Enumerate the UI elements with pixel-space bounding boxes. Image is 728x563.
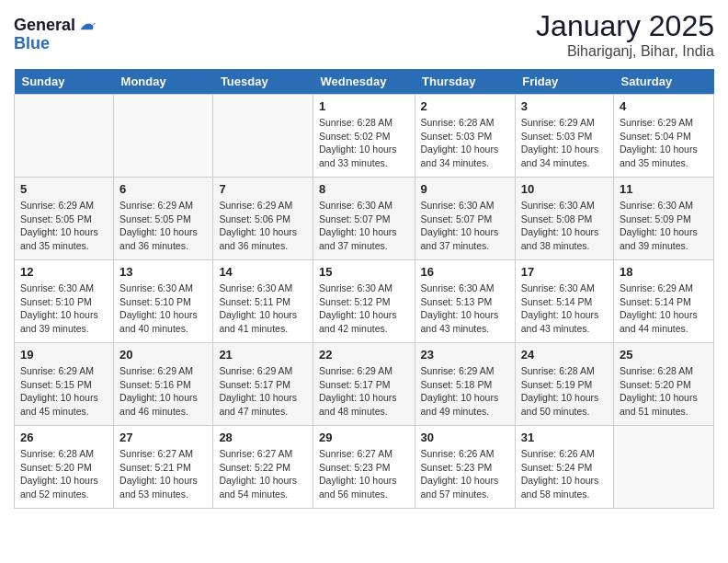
day-number: 7 [219, 182, 307, 196]
calendar-week-row: 12Sunrise: 6:30 AM Sunset: 5:10 PM Dayli… [15, 260, 714, 343]
day-info: Sunrise: 6:29 AM Sunset: 5:15 PM Dayligh… [20, 364, 108, 419]
day-number: 9 [421, 182, 509, 196]
day-number: 17 [521, 265, 608, 279]
calendar-cell: 7Sunrise: 6:29 AM Sunset: 5:06 PM Daylig… [213, 178, 313, 260]
day-info: Sunrise: 6:29 AM Sunset: 5:18 PM Dayligh… [421, 364, 509, 419]
weekday-header: Sunday [15, 69, 114, 95]
weekday-header: Thursday [415, 69, 515, 95]
calendar-cell: 30Sunrise: 6:26 AM Sunset: 5:23 PM Dayli… [415, 426, 515, 509]
day-number: 31 [521, 431, 608, 444]
day-info: Sunrise: 6:29 AM Sunset: 5:17 PM Dayligh… [219, 364, 307, 419]
weekday-header: Wednesday [313, 69, 415, 95]
day-info: Sunrise: 6:28 AM Sunset: 5:20 PM Dayligh… [620, 364, 708, 419]
day-number: 6 [119, 182, 207, 196]
day-number: 26 [20, 431, 108, 444]
location: Bihariganj, Bihar, India [536, 43, 714, 60]
calendar-cell: 4Sunrise: 6:29 AM Sunset: 5:04 PM Daylig… [614, 95, 714, 178]
day-info: Sunrise: 6:27 AM Sunset: 5:21 PM Dayligh… [119, 447, 207, 501]
day-info: Sunrise: 6:30 AM Sunset: 5:10 PM Dayligh… [119, 282, 207, 336]
day-info: Sunrise: 6:30 AM Sunset: 5:14 PM Dayligh… [521, 282, 608, 336]
day-number: 27 [119, 431, 207, 444]
calendar-cell: 5Sunrise: 6:29 AM Sunset: 5:05 PM Daylig… [15, 178, 114, 260]
calendar-week-row: 19Sunrise: 6:29 AM Sunset: 5:15 PM Dayli… [15, 343, 714, 426]
calendar-cell: 24Sunrise: 6:28 AM Sunset: 5:19 PM Dayli… [515, 343, 613, 426]
calendar-cell: 29Sunrise: 6:27 AM Sunset: 5:23 PM Dayli… [313, 426, 415, 509]
calendar-week-row: 26Sunrise: 6:28 AM Sunset: 5:20 PM Dayli… [15, 426, 714, 509]
day-info: Sunrise: 6:28 AM Sunset: 5:02 PM Dayligh… [319, 116, 409, 170]
calendar-cell: 2Sunrise: 6:28 AM Sunset: 5:03 PM Daylig… [415, 95, 515, 178]
calendar-week-row: 5Sunrise: 6:29 AM Sunset: 5:05 PM Daylig… [15, 178, 714, 260]
calendar-cell: 18Sunrise: 6:29 AM Sunset: 5:14 PM Dayli… [614, 260, 714, 343]
calendar-cell: 11Sunrise: 6:30 AM Sunset: 5:09 PM Dayli… [614, 178, 714, 260]
day-number: 11 [620, 182, 708, 196]
weekday-header: Monday [114, 69, 213, 95]
day-number: 2 [421, 99, 509, 113]
day-info: Sunrise: 6:30 AM Sunset: 5:08 PM Dayligh… [521, 199, 608, 253]
day-number: 12 [20, 265, 108, 279]
header-row: SundayMondayTuesdayWednesdayThursdayFrid… [15, 69, 714, 95]
calendar-cell: 9Sunrise: 6:30 AM Sunset: 5:07 PM Daylig… [415, 178, 515, 260]
day-number: 15 [319, 265, 409, 279]
calendar-cell: 8Sunrise: 6:30 AM Sunset: 5:07 PM Daylig… [313, 178, 415, 260]
calendar-cell: 6Sunrise: 6:29 AM Sunset: 5:05 PM Daylig… [114, 178, 213, 260]
day-number: 13 [119, 265, 207, 279]
day-number: 20 [119, 348, 207, 362]
day-number: 18 [620, 265, 708, 279]
day-info: Sunrise: 6:30 AM Sunset: 5:11 PM Dayligh… [219, 282, 307, 336]
day-number: 24 [521, 348, 608, 362]
day-info: Sunrise: 6:28 AM Sunset: 5:19 PM Dayligh… [521, 364, 608, 419]
day-info: Sunrise: 6:30 AM Sunset: 5:07 PM Dayligh… [421, 199, 509, 253]
logo-icon [77, 17, 96, 35]
title-block: January 2025 Bihariganj, Bihar, India [536, 9, 714, 60]
day-number: 4 [620, 99, 708, 113]
day-info: Sunrise: 6:28 AM Sunset: 5:20 PM Dayligh… [20, 447, 108, 501]
logo-blue: Blue [14, 35, 50, 53]
calendar-cell: 16Sunrise: 6:30 AM Sunset: 5:13 PM Dayli… [415, 260, 515, 343]
day-number: 5 [20, 182, 108, 196]
calendar-cell: 15Sunrise: 6:30 AM Sunset: 5:12 PM Dayli… [313, 260, 415, 343]
day-number: 21 [219, 348, 307, 362]
day-number: 23 [421, 348, 509, 362]
calendar-cell: 27Sunrise: 6:27 AM Sunset: 5:21 PM Dayli… [114, 426, 213, 509]
day-number: 19 [20, 348, 108, 362]
day-info: Sunrise: 6:29 AM Sunset: 5:17 PM Dayligh… [319, 364, 409, 419]
day-info: Sunrise: 6:29 AM Sunset: 5:05 PM Dayligh… [20, 199, 108, 253]
month-title: January 2025 [536, 9, 714, 43]
calendar-cell: 19Sunrise: 6:29 AM Sunset: 5:15 PM Dayli… [15, 343, 114, 426]
day-number: 29 [319, 431, 409, 444]
calendar-cell: 25Sunrise: 6:28 AM Sunset: 5:20 PM Dayli… [614, 343, 714, 426]
day-number: 14 [219, 265, 307, 279]
calendar-cell [15, 95, 114, 178]
day-number: 3 [521, 99, 608, 113]
day-info: Sunrise: 6:29 AM Sunset: 5:05 PM Dayligh… [119, 199, 207, 253]
day-info: Sunrise: 6:29 AM Sunset: 5:06 PM Dayligh… [219, 199, 307, 253]
calendar-cell: 28Sunrise: 6:27 AM Sunset: 5:22 PM Dayli… [213, 426, 313, 509]
weekday-header: Saturday [614, 69, 714, 95]
day-number: 1 [319, 99, 409, 113]
day-number: 10 [521, 182, 608, 196]
calendar-cell [614, 426, 714, 509]
day-info: Sunrise: 6:30 AM Sunset: 5:13 PM Dayligh… [421, 282, 509, 336]
day-info: Sunrise: 6:29 AM Sunset: 5:03 PM Dayligh… [521, 116, 608, 170]
weekday-header: Friday [515, 69, 613, 95]
calendar-cell [114, 95, 213, 178]
day-info: Sunrise: 6:29 AM Sunset: 5:16 PM Dayligh… [119, 364, 207, 419]
day-info: Sunrise: 6:26 AM Sunset: 5:24 PM Dayligh… [521, 447, 608, 501]
page-container: General Blue January 2025 Bihariganj, Bi… [0, 0, 728, 518]
day-info: Sunrise: 6:27 AM Sunset: 5:23 PM Dayligh… [319, 447, 409, 501]
calendar-cell: 26Sunrise: 6:28 AM Sunset: 5:20 PM Dayli… [15, 426, 114, 509]
calendar-cell: 3Sunrise: 6:29 AM Sunset: 5:03 PM Daylig… [515, 95, 613, 178]
header: General Blue January 2025 Bihariganj, Bi… [14, 9, 714, 60]
calendar-cell: 14Sunrise: 6:30 AM Sunset: 5:11 PM Dayli… [213, 260, 313, 343]
calendar-cell: 21Sunrise: 6:29 AM Sunset: 5:17 PM Dayli… [213, 343, 313, 426]
logo-general: General [14, 17, 75, 35]
calendar-cell: 23Sunrise: 6:29 AM Sunset: 5:18 PM Dayli… [415, 343, 515, 426]
calendar-cell: 12Sunrise: 6:30 AM Sunset: 5:10 PM Dayli… [15, 260, 114, 343]
day-info: Sunrise: 6:30 AM Sunset: 5:10 PM Dayligh… [20, 282, 108, 336]
calendar-cell: 1Sunrise: 6:28 AM Sunset: 5:02 PM Daylig… [313, 95, 415, 178]
day-number: 25 [620, 348, 708, 362]
day-number: 22 [319, 348, 409, 362]
calendar-cell: 22Sunrise: 6:29 AM Sunset: 5:17 PM Dayli… [313, 343, 415, 426]
day-info: Sunrise: 6:29 AM Sunset: 5:04 PM Dayligh… [620, 116, 708, 170]
day-info: Sunrise: 6:28 AM Sunset: 5:03 PM Dayligh… [421, 116, 509, 170]
